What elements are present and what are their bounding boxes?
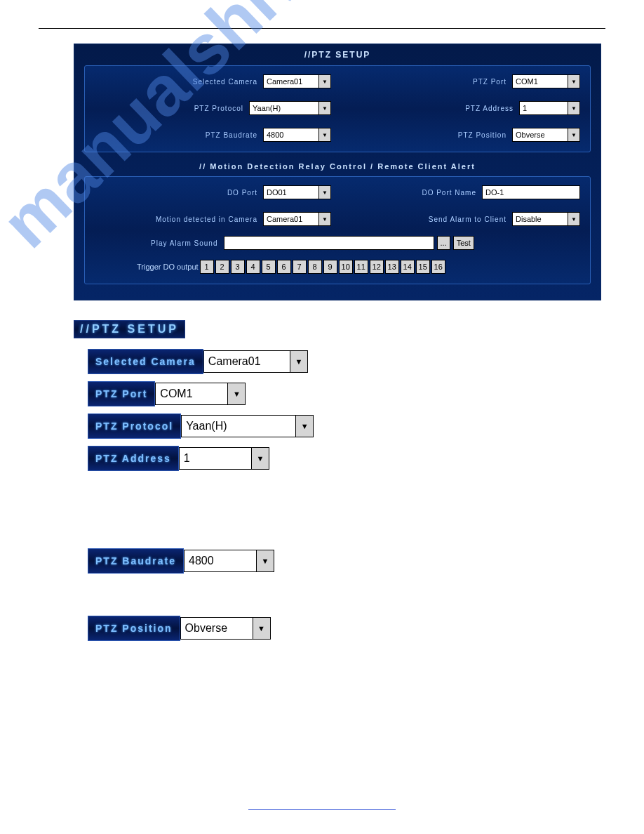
trigger-do-6[interactable]: 6 <box>277 260 291 274</box>
select-ptz-protocol[interactable]: Yaan(H) ▼ <box>249 101 331 115</box>
trigger-do-5[interactable]: 5 <box>262 260 276 274</box>
trigger-do-13[interactable]: 13 <box>385 260 399 274</box>
trigger-do-3[interactable]: 3 <box>231 260 245 274</box>
browse-button[interactable]: ... <box>437 236 450 250</box>
trigger-do-1[interactable]: 1 <box>200 260 214 274</box>
chevron-down-icon: ▼ <box>318 212 331 226</box>
chevron-down-icon: ▼ <box>318 101 331 115</box>
trigger-do-16[interactable]: 16 <box>431 260 445 274</box>
select-ptz-address[interactable]: 1 ▼ <box>519 101 580 115</box>
label-ptz-address: PTZ Address <box>465 105 514 112</box>
ptz-setup-title: //PTZ SETUP <box>74 44 601 65</box>
chevron-down-icon: ▼ <box>568 74 580 88</box>
chevron-down-icon: ▼ <box>318 185 331 199</box>
chevron-down-icon: ▼ <box>227 383 246 405</box>
label-send-alarm: Send Alarm to Client <box>429 216 507 223</box>
label-ptz-position: PTZ Position <box>458 131 507 139</box>
chevron-down-icon: ▼ <box>251 447 269 470</box>
detail-label-ptz-baudrate: PTZ Baudrate <box>88 548 184 574</box>
select-motion-camera[interactable]: Camera01 ▼ <box>263 212 331 226</box>
chevron-down-icon: ▼ <box>568 128 580 142</box>
label-ptz-baudrate: PTZ Baudrate <box>206 131 257 139</box>
label-trigger-do: Trigger DO output <box>137 263 199 271</box>
detail-select-ptz-baudrate[interactable]: 4800 ▼ <box>184 549 274 573</box>
test-button[interactable]: Test <box>453 236 474 250</box>
chevron-down-icon: ▼ <box>568 212 580 226</box>
label-do-port: DO Port <box>227 189 257 197</box>
ptz-setup-fieldset: Selected Camera Camera01 ▼ PTZ Port COM1… <box>84 65 591 152</box>
detail-label-selected-camera: Selected Camera <box>88 349 203 374</box>
detail-select-ptz-position[interactable]: Obverse ▼ <box>180 616 271 640</box>
detail-select-ptz-protocol[interactable]: Yaan(H) ▼ <box>181 414 314 438</box>
chevron-down-icon: ▼ <box>568 101 580 115</box>
detail-label-ptz-position: PTZ Position <box>88 616 180 641</box>
input-do-port-name[interactable]: DO-1 <box>482 185 580 199</box>
chevron-down-icon: ▼ <box>253 617 271 640</box>
detail-ptz-title: //PTZ SETUP <box>74 320 185 338</box>
trigger-do-11[interactable]: 11 <box>354 260 368 274</box>
trigger-do-2[interactable]: 2 <box>215 260 229 274</box>
motion-detection-fieldset: DO Port DO01 ▼ DO Port Name DO-1 Motion … <box>84 176 591 284</box>
select-ptz-port[interactable]: COM1 ▼ <box>512 74 580 88</box>
select-send-alarm[interactable]: Disable ▼ <box>512 212 580 226</box>
detail-select-ptz-address[interactable]: 1 ▼ <box>179 446 269 470</box>
trigger-do-12[interactable]: 12 <box>370 260 384 274</box>
ptz-setup-screenshot: //PTZ SETUP Selected Camera Camera01 ▼ P… <box>74 44 601 300</box>
chevron-down-icon: ▼ <box>256 550 274 572</box>
label-ptz-protocol: PTZ Protocol <box>194 105 243 112</box>
label-ptz-port: PTZ Port <box>473 78 507 86</box>
chevron-down-icon: ▼ <box>318 128 331 142</box>
chevron-down-icon: ▼ <box>290 350 308 373</box>
detail-label-ptz-address: PTZ Address <box>88 446 179 471</box>
trigger-do-8[interactable]: 8 <box>308 260 322 274</box>
input-play-alarm[interactable] <box>224 236 434 250</box>
motion-detection-title: // Motion Detection Relay Control / Remo… <box>84 162 591 171</box>
trigger-do-15[interactable]: 15 <box>416 260 430 274</box>
trigger-do-7[interactable]: 7 <box>293 260 307 274</box>
detail-select-ptz-port[interactable]: COM1 ▼ <box>155 382 246 406</box>
label-selected-camera: Selected Camera <box>193 78 257 86</box>
select-selected-camera[interactable]: Camera01 ▼ <box>263 74 331 88</box>
select-ptz-baudrate[interactable]: 4800 ▼ <box>263 128 331 142</box>
label-play-alarm: Play Alarm Sound <box>151 239 218 247</box>
trigger-do-14[interactable]: 14 <box>401 260 415 274</box>
select-do-port[interactable]: DO01 ▼ <box>263 185 331 199</box>
footer <box>39 802 605 812</box>
label-motion-camera: Motion detected in Camera <box>156 216 257 223</box>
chevron-down-icon: ▼ <box>318 74 331 88</box>
trigger-do-9[interactable]: 9 <box>323 260 337 274</box>
trigger-do-4[interactable]: 4 <box>246 260 260 274</box>
detail-label-ptz-port: PTZ Port <box>88 381 155 406</box>
trigger-do-10[interactable]: 10 <box>339 260 353 274</box>
detail-label-ptz-protocol: PTZ Protocol <box>88 413 181 439</box>
chevron-down-icon: ▼ <box>295 415 314 437</box>
detail-select-selected-camera[interactable]: Camera01 ▼ <box>203 350 308 373</box>
select-ptz-position[interactable]: Obverse ▼ <box>512 128 580 142</box>
label-do-port-name: DO Port Name <box>422 189 476 197</box>
